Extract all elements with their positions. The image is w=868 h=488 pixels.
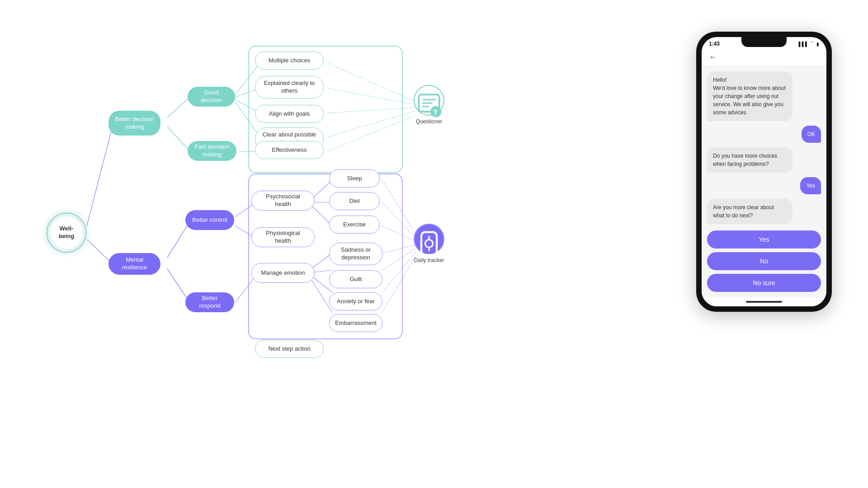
- svg-line-21: [328, 63, 416, 102]
- svg-line-13: [312, 180, 332, 199]
- sleep-leaf: Sleep: [329, 169, 380, 188]
- svg-line-32: [382, 256, 416, 313]
- phone-mockup: 1:43 ▌▌▌ ⌒ ▮ ← Hello! We'd love to know …: [696, 32, 832, 312]
- chat-area: Hello! We'd love to know more about your…: [702, 66, 826, 227]
- yes-button[interactable]: Yes: [707, 230, 821, 249]
- questioner-section: ? Questioner: [414, 85, 444, 125]
- wellbeing-node: Well-being: [46, 212, 87, 253]
- mindmap: Well-being Better decision making Mental…: [18, 18, 488, 461]
- svg-point-42: [425, 240, 433, 248]
- sadness-leaf: Sadness or depression: [329, 243, 382, 265]
- psychosocial-node: Psychosocial health: [251, 191, 315, 211]
- signal-icon: ▌▌▌: [799, 42, 808, 47]
- manage-emotion-node: Manage emotion: [251, 263, 315, 283]
- svg-line-25: [328, 115, 416, 151]
- fast-decision-node: Fast decision making: [188, 141, 236, 161]
- svg-text:?: ?: [433, 108, 438, 117]
- home-bar-line: [746, 301, 782, 303]
- svg-line-24: [328, 111, 416, 137]
- exercise-leaf: Exercise: [329, 216, 380, 234]
- svg-point-39: [431, 107, 441, 117]
- better-control-node: Better control: [185, 210, 234, 230]
- battery-icon: ▮: [816, 42, 819, 47]
- status-icons: ▌▌▌ ⌒ ▮: [799, 41, 819, 47]
- svg-line-23: [328, 108, 416, 113]
- phone-header: ←: [702, 49, 826, 66]
- chat-message-2: OK: [802, 126, 821, 143]
- svg-line-27: [382, 202, 416, 239]
- wifi-icon: ⌒: [810, 41, 815, 47]
- no-sure-button[interactable]: No sure: [707, 274, 821, 292]
- phone-screen: 1:43 ▌▌▌ ⌒ ▮ ← Hello! We'd love to know …: [702, 37, 826, 306]
- chat-message-5: Are you more clear about what to do next…: [707, 199, 793, 224]
- svg-line-29: [382, 245, 416, 253]
- svg-line-7: [235, 102, 260, 137]
- svg-line-20: [311, 279, 332, 313]
- svg-rect-35: [419, 94, 439, 112]
- svg-rect-41: [421, 232, 437, 255]
- align-goals-leaf: Align with goals: [255, 105, 324, 123]
- effectiveness-leaf: Effectiveness: [255, 141, 324, 159]
- embarrassment-leaf: Embarrassment: [329, 314, 382, 332]
- svg-line-31: [382, 252, 416, 292]
- daily-tracker-section: Daily tracker: [414, 224, 444, 263]
- svg-line-26: [382, 180, 416, 235]
- svg-line-2: [167, 97, 190, 117]
- chat-buttons: Yes No No sure: [702, 227, 826, 297]
- svg-line-30: [382, 249, 416, 270]
- no-button[interactable]: No: [707, 252, 821, 270]
- svg-line-0: [87, 124, 113, 226]
- explained-clearly-leaf: Explained clearly to others: [255, 76, 324, 99]
- phone-time: 1:43: [709, 41, 720, 47]
- diet-leaf: Diet: [329, 192, 380, 210]
- svg-line-9: [167, 221, 190, 258]
- physiological-node: Physiological health: [251, 227, 315, 247]
- svg-line-22: [328, 88, 416, 105]
- back-button[interactable]: ←: [709, 52, 717, 62]
- phone-body: 1:43 ▌▌▌ ⌒ ▮ ← Hello! We'd love to know …: [696, 32, 832, 312]
- phone-home-bar: [702, 297, 826, 306]
- chat-message-3: Do you have more choices when facing pro…: [707, 147, 793, 173]
- svg-line-3: [167, 127, 190, 151]
- better-decision-node: Better decision making: [108, 111, 160, 136]
- chat-message-1: Hello! We'd love to know more about your…: [707, 71, 793, 121]
- guilt-leaf: Guilt: [329, 270, 382, 288]
- next-step-leaf: Next step action: [255, 340, 324, 358]
- anxiety-leaf: Anxiety or fear: [329, 292, 382, 310]
- page-container: Well-being Better decision making Mental…: [0, 0, 868, 488]
- good-decision-node: Good decision: [188, 87, 235, 107]
- better-respond-node: Better respond: [185, 292, 234, 312]
- chat-message-4: Yes: [800, 177, 821, 194]
- multiple-choices-leaf: Multiple choices: [255, 52, 324, 70]
- svg-line-28: [382, 226, 416, 242]
- mental-resilience-node: Mental resilience: [108, 253, 160, 275]
- phone-notch: [741, 37, 787, 47]
